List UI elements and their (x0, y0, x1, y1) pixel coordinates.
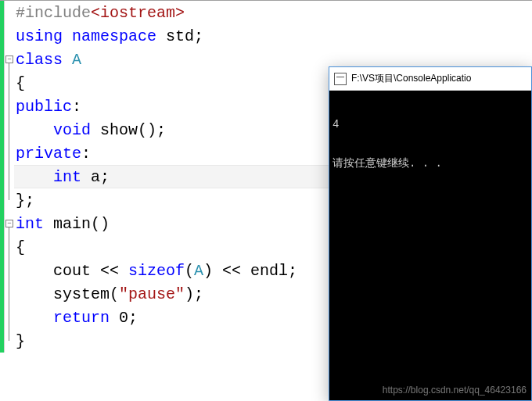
console-output[interactable]: 4 请按任意键继续. . . https://blog.csdn.net/qq_… (329, 91, 531, 400)
outline-gutter (5, 259, 14, 282)
text: ) << endl; (203, 262, 297, 280)
string-literal: "pause" (119, 285, 185, 303)
outline-gutter (5, 165, 14, 188)
keyword: sizeof (128, 262, 185, 280)
console-line: 请按任意键继续. . . (332, 156, 528, 170)
outline-gutter (5, 71, 14, 95)
watermark: https://blog.csdn.net/qq_46423166 (383, 385, 527, 396)
collapse-icon: − (5, 220, 13, 227)
brace: } (16, 332, 25, 350)
text: show(); (91, 121, 166, 139)
outline-gutter (5, 235, 14, 259)
outline-gutter (5, 329, 14, 353)
brace: { (16, 74, 25, 92)
keyword: namespace (72, 27, 156, 45)
indent (16, 309, 53, 327)
outline-gutter (5, 188, 14, 212)
indent (16, 262, 53, 280)
app-icon (334, 73, 347, 85)
outline-toggle[interactable]: − (5, 212, 14, 235)
type-name: A (194, 262, 203, 280)
code-line[interactable]: using namespace std; (0, 24, 532, 48)
keyword: return (53, 309, 110, 327)
keyword: class (16, 51, 63, 69)
outline-gutter (5, 24, 14, 48)
outline-gutter (5, 95, 14, 118)
window-title: F:\VS项目\ConsoleApplicatio (351, 72, 471, 85)
outline-toggle[interactable]: − (5, 48, 14, 71)
text: a; (81, 168, 110, 186)
indent (16, 168, 53, 186)
type-name: A (63, 51, 81, 69)
indent (16, 285, 53, 303)
text: cout << (53, 262, 128, 280)
text: 0; (110, 309, 138, 327)
keyword: int (16, 215, 44, 233)
keyword: int (53, 168, 81, 186)
outline-gutter (5, 118, 14, 141)
keyword: private (16, 145, 81, 163)
brace: }; (16, 192, 34, 209)
collapse-icon: − (5, 55, 13, 63)
outline-gutter (5, 141, 14, 165)
text: : (72, 98, 81, 116)
outline-gutter (5, 1, 14, 24)
keyword: void (53, 121, 91, 139)
text: ); (185, 285, 203, 303)
console-line: 4 (332, 117, 528, 131)
outline-gutter (5, 282, 14, 306)
preprocessor: #include (16, 4, 91, 22)
text: ( (185, 262, 194, 280)
text: main() (44, 215, 110, 233)
brace: { (16, 238, 25, 256)
keyword: public (16, 98, 72, 116)
console-window[interactable]: F:\VS项目\ConsoleApplicatio 4 请按任意键继续. . .… (329, 66, 532, 401)
text: : (81, 145, 91, 163)
keyword: using (16, 27, 63, 45)
text: std; (156, 27, 203, 45)
text: system( (53, 285, 119, 303)
indent (16, 121, 53, 139)
outline-gutter (5, 306, 14, 329)
include-path: <iostream> (91, 4, 185, 22)
titlebar[interactable]: F:\VS项目\ConsoleApplicatio (329, 67, 531, 91)
code-line[interactable]: #include<iostream> (0, 1, 532, 24)
